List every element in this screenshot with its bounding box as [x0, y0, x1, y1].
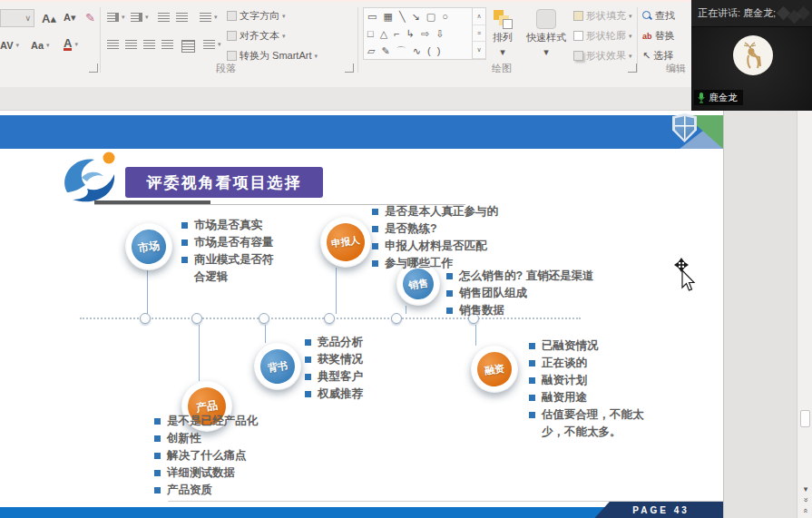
bullet-text: 典型客户 [318, 368, 363, 386]
align-text-button[interactable]: 对齐文本▾ [227, 29, 286, 43]
replace-button[interactable]: ab替换 [642, 29, 675, 43]
bullet-text: 权威推荐 [318, 386, 363, 403]
shapes-gallery-scroll[interactable]: ∧ ≡ ∨ [472, 8, 485, 59]
shapes-gallery[interactable]: ▭ ▦ ╲ ↘ ▢ ○ □ △ ⌐ ↳ ⇨ ⇩ ▱ ✎ ⌒ ∿ ( ) ∧ ≡ … [363, 7, 486, 60]
convert-smartart-button[interactable]: 转换为 SmartArt▾ [227, 49, 318, 63]
text-direction-button[interactable]: 文字方向▾ [227, 9, 286, 23]
paragraph-dialog-launcher[interactable] [345, 64, 354, 73]
shapes-row[interactable]: □ △ ⌐ ↳ ⇨ ⇩ [364, 25, 485, 43]
bullet-square-icon [372, 209, 378, 215]
vertical-scrollbar[interactable]: ▾ « « [797, 111, 812, 518]
numbered-list-button[interactable]: ▾ [131, 13, 149, 22]
bullet-text: 融资计划 [542, 372, 587, 389]
distribute-button[interactable] [181, 40, 195, 53]
double-chevron-down-icon: « [801, 508, 810, 513]
quick-styles-button[interactable]: 快速样式 ▾ [526, 9, 566, 58]
next-slide-button[interactable]: « [797, 506, 812, 515]
align-left-icon [107, 40, 119, 49]
drawing-dialog-launcher[interactable] [628, 64, 637, 73]
align-center-button[interactable] [125, 40, 137, 49]
arrange-button[interactable]: 排列 ▾ [493, 9, 513, 58]
previous-slide-button[interactable]: « [797, 495, 812, 504]
format-brush-button[interactable]: ✎ [85, 11, 95, 24]
shrink-font-button[interactable]: A▾ [64, 12, 75, 24]
mic-icon [698, 93, 705, 103]
participant-name-tag: 鹿金龙 [694, 90, 743, 105]
line-spacing-button[interactable]: ▾ [200, 13, 218, 22]
find-button[interactable]: 查找 [642, 9, 675, 23]
bullets-endorsement: 竞品分析 获奖情况 典型客户 权威推荐 [305, 334, 405, 403]
select-button[interactable]: ↖选择 [642, 49, 673, 63]
connector-applicant [336, 268, 337, 314]
font-color-button[interactable]: A▾ [64, 38, 78, 51]
bullet-text: 融资用途 [542, 389, 587, 406]
shapes-row[interactable]: ▭ ▦ ╲ ↘ ▢ ○ [364, 8, 485, 25]
bullet-square-icon [372, 243, 378, 249]
participant-video-tile[interactable]: 鹿金龙 [691, 27, 812, 111]
connector-endorsement [265, 325, 266, 343]
caret-icon: ▾ [214, 14, 218, 21]
bullet-text: 申报人材料是否匹配 [385, 238, 487, 255]
chevron-down-icon: ▾ [804, 484, 808, 494]
increase-indent-button[interactable] [176, 13, 188, 22]
scrollbar-thumb[interactable] [800, 410, 810, 427]
align-justify-button[interactable] [161, 40, 173, 49]
char-spacing-button[interactable]: AV▾ [0, 40, 19, 51]
slide-title: 评委视角看项目选择 [125, 167, 323, 198]
node-applicant[interactable]: 申报人 [320, 217, 371, 268]
bullet-square-icon [154, 487, 161, 494]
replace-icon: ab [642, 32, 652, 41]
caret-icon: ▾ [629, 33, 632, 40]
gallery-more-icon[interactable]: ≡ [473, 25, 485, 43]
align-center-icon [125, 40, 137, 49]
bullet-text: 正在谈的 [542, 355, 587, 372]
caret-icon: ▾ [46, 42, 50, 49]
caret-icon: ▾ [15, 42, 19, 49]
gallery-scroll-down-icon[interactable]: ∨ [473, 42, 485, 59]
slide-bottom-bar [0, 507, 608, 518]
bullet-item: 获奖情况 [305, 351, 405, 368]
bullet-square-icon [154, 470, 161, 476]
node-financing[interactable]: 融资 [471, 346, 518, 393]
bullet-text: 详细测试数据 [167, 464, 235, 482]
slide-canvas[interactable]: 评委视角看项目选择 市场 申报人 销售 背书 产品 [0, 111, 723, 518]
change-case-button[interactable]: Aa▾ [31, 40, 50, 51]
caret-icon: ▾ [629, 13, 632, 20]
node-applicant-label: 申报人 [324, 220, 367, 263]
ppt-ribbon: ∨ A▴ A▾ ✎ AV▾ Aa▾ A▾ ▾ ▾ ▾ ▾ 文字方向▾ 对齐文本▾… [0, 0, 812, 87]
bullet-item: 是不是已经产品化 [154, 413, 304, 430]
bullet-item: 解决了什么痛点 [154, 447, 304, 464]
align-right-icon [143, 40, 155, 49]
scroll-down-button[interactable]: ▾ [797, 484, 812, 494]
bullet-text: 参与哪些工作 [385, 255, 453, 272]
bullet-square-icon [305, 374, 311, 380]
bullet-square-icon [372, 226, 378, 232]
gallery-scroll-up-icon[interactable]: ∧ [473, 8, 485, 25]
font-size-combo[interactable]: ∨ [0, 9, 34, 27]
bullet-text: 商业模式是否符合逻辑 [194, 251, 283, 286]
bullet-square-icon [154, 418, 161, 425]
shapes-row[interactable]: ▱ ✎ ⌒ ∿ ( ) [364, 43, 485, 60]
caret-icon: ▾ [543, 46, 549, 58]
caret-icon: ▾ [282, 13, 286, 20]
bullet-item: 怎么销售的? 直销还是渠道 [446, 268, 619, 285]
timeline-dot [259, 313, 269, 324]
align-right-button[interactable] [143, 40, 155, 49]
bullet-square-icon [181, 239, 188, 246]
node-endorsement[interactable]: 背书 [254, 343, 301, 390]
decrease-indent-button[interactable] [158, 13, 170, 22]
font-dialog-launcher[interactable] [89, 64, 98, 73]
shape-fill-button[interactable]: 形状填充▾ [573, 9, 632, 23]
columns-icon [203, 40, 215, 49]
speaking-status: 正在讲话: 鹿金龙; [691, 6, 776, 20]
align-left-button[interactable] [107, 40, 119, 49]
columns-button[interactable]: ▾ [203, 40, 221, 49]
bullet-item: 创新性 [154, 430, 304, 447]
bullet-list-button[interactable]: ▾ [107, 13, 125, 22]
node-market[interactable]: 市场 [125, 223, 172, 270]
grow-font-button[interactable]: A▴ [42, 12, 56, 25]
shape-effects-button[interactable]: 形状效果▾ [573, 49, 632, 63]
combo-arrow-icon: ∨ [24, 14, 31, 23]
shape-outline-button[interactable]: 形状轮廓▾ [573, 29, 632, 43]
bullet-square-icon [372, 260, 378, 267]
